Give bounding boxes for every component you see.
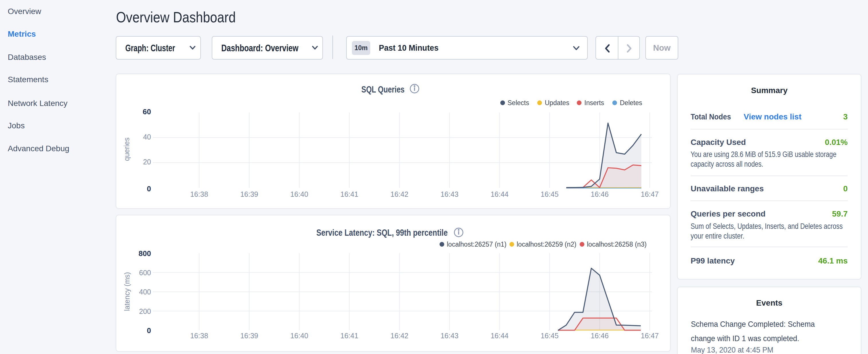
svg-text:16:42: 16:42 (391, 190, 409, 198)
svg-text:40: 40 (143, 133, 151, 141)
svg-text:16:38: 16:38 (190, 190, 208, 198)
svg-text:16:43: 16:43 (440, 190, 459, 198)
svg-text:0: 0 (147, 326, 151, 335)
svg-text:16:45: 16:45 (541, 332, 559, 340)
svg-text:Deletes: Deletes (620, 99, 642, 106)
svg-text:200: 200 (139, 307, 151, 315)
svg-text:queries: queries (123, 137, 131, 161)
svg-text:400: 400 (139, 288, 151, 296)
svg-text:16:39: 16:39 (240, 190, 258, 198)
svg-text:16:44: 16:44 (491, 332, 509, 340)
svg-text:16:40: 16:40 (290, 190, 308, 198)
svg-text:16:38: 16:38 (190, 332, 208, 340)
svg-text:16:43: 16:43 (440, 332, 459, 340)
svg-text:20: 20 (143, 158, 151, 166)
svg-text:16:44: 16:44 (491, 190, 509, 198)
svg-text:Selects: Selects (507, 99, 529, 106)
svg-text:localhost:26259 (n2): localhost:26259 (n2) (517, 240, 576, 248)
svg-text:60: 60 (143, 107, 151, 116)
svg-text:16:46: 16:46 (591, 332, 609, 340)
svg-text:16:47: 16:47 (641, 190, 659, 198)
svg-text:localhost:26257 (n1): localhost:26257 (n1) (447, 240, 506, 248)
svg-text:localhost:26258 (n3): localhost:26258 (n3) (587, 240, 647, 248)
svg-text:800: 800 (139, 249, 151, 258)
svg-text:16:46: 16:46 (591, 190, 609, 198)
svg-text:16:40: 16:40 (290, 332, 308, 340)
svg-text:16:47: 16:47 (641, 332, 659, 340)
svg-text:16:42: 16:42 (391, 332, 409, 340)
svg-text:0: 0 (147, 185, 151, 193)
svg-text:16:41: 16:41 (340, 332, 359, 340)
svg-text:16:39: 16:39 (240, 332, 258, 340)
svg-text:600: 600 (139, 269, 151, 277)
svg-text:latency (ms): latency (ms) (123, 272, 131, 311)
svg-text:16:45: 16:45 (541, 190, 559, 198)
svg-text:16:41: 16:41 (340, 190, 359, 198)
svg-text:Updates: Updates (545, 99, 569, 106)
svg-text:Inserts: Inserts (584, 99, 604, 106)
